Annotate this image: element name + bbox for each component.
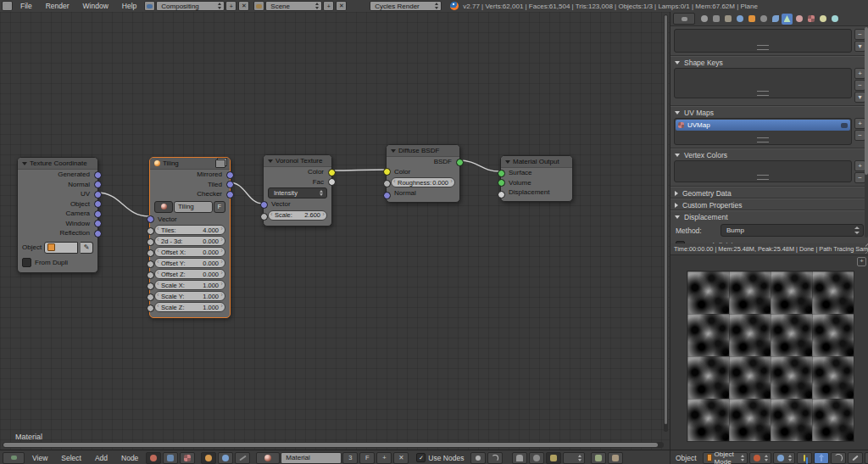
tiles-input-socket[interactable] [147,227,154,235]
object-output-socket[interactable] [94,200,102,208]
checker-output-socket[interactable] [226,191,234,198]
2d-3d-input-socket[interactable] [147,238,154,246]
horizontal-scrollbar[interactable] [3,442,664,448]
node-header[interactable]: Material Output [501,156,572,168]
object-field[interactable] [44,242,78,254]
scale-slider[interactable]: Scale:2.600 [268,210,327,221]
close-scene-button[interactable]: ✕ [336,1,347,11]
tree-type-texture-icon[interactable] [180,452,195,464]
displacement-input-socket[interactable] [498,191,505,198]
mirrored-output-socket[interactable] [226,171,234,179]
material-name-field[interactable]: Material [281,452,342,464]
uvmap-list-item[interactable]: UVMap [676,120,850,131]
translate-manipulator-icon[interactable] [814,452,829,464]
scale-z-input-socket[interactable] [147,305,154,312]
pin-icon[interactable] [470,452,486,464]
from-dupli-checkbox[interactable] [22,258,31,267]
shader-type-linestyle-icon[interactable] [235,452,250,464]
tab-world-icon[interactable] [734,14,745,25]
fake-user-button[interactable]: F [359,452,375,464]
menu-window[interactable]: Window [76,2,115,10]
uv-maps-panel-header[interactable]: UV Maps [670,106,868,118]
tab-material-icon[interactable] [793,14,804,25]
close-layout-button[interactable]: ✕ [238,1,249,11]
menu-add[interactable]: Add [88,454,114,462]
tab-constraints-icon[interactable] [758,14,769,25]
generated-output-socket[interactable] [94,171,102,179]
add-layout-button[interactable]: + [225,1,236,11]
bsdf-output-socket[interactable] [456,159,464,166]
paste-icon[interactable] [608,452,623,464]
vertex-groups-list[interactable] [674,29,852,53]
menu-help[interactable]: Help [115,2,143,10]
viewport-shading-dropdown[interactable] [749,452,771,464]
viewport-rendered[interactable]: Time:00:00.00 | Mem:25.48M, Peak:25.48M … [670,243,868,450]
material-datablock-icon[interactable] [256,452,280,464]
tiled-output-socket[interactable] [226,181,234,188]
manipulator-toggle-icon[interactable] [797,452,812,464]
shader-type-world-icon[interactable] [218,452,233,464]
tab-physics-icon[interactable] [829,14,840,25]
normal-input-socket[interactable] [383,192,391,199]
menu-node[interactable]: Node [114,454,145,462]
vertex-colors-panel-header[interactable]: Vertex Colors [670,148,868,160]
collapse-icon[interactable] [268,159,273,163]
refresh-icon[interactable] [487,452,503,464]
editor-type-info-icon[interactable] [2,1,13,11]
camera-output-socket[interactable] [94,210,102,218]
tab-object-icon[interactable] [746,14,757,25]
shader-type-object-icon[interactable] [201,452,216,464]
color-input-socket[interactable] [383,168,391,176]
offset-y-slider[interactable]: Offset Y:0.000 [154,258,225,268]
tab-render-layers-icon[interactable] [710,14,721,25]
menu-file[interactable]: File [14,2,39,10]
node-header[interactable]: Voronoi Texture [264,155,331,167]
node-material-output[interactable]: Material Output Surface Volume Displacem… [500,155,573,202]
screen-layout-selector[interactable]: Compositing [156,1,225,11]
add-material-button[interactable]: + [376,452,392,464]
nodetree-datablock-icon[interactable] [154,201,173,213]
uv-output-socket[interactable] [94,191,102,198]
offset-y-input-socket[interactable] [147,260,154,268]
custom-properties-panel-header[interactable]: Custom Properties [670,198,868,210]
collapse-icon[interactable] [22,162,27,165]
menu-select[interactable]: Select [54,454,88,462]
tab-render-icon[interactable] [698,14,709,25]
snap-magnet-icon[interactable] [512,452,527,464]
nodetree-name-field[interactable]: Tiling [174,201,213,213]
collapse-icon[interactable] [505,160,510,164]
tab-particles-icon[interactable] [817,14,828,25]
render-engine-selector[interactable]: Cycles Render [370,1,442,11]
scale-y-slider[interactable]: Scale Y:1.000 [154,291,225,301]
tab-scene-icon[interactable] [722,14,733,25]
offset-x-input-socket[interactable] [147,249,154,257]
offset-z-input-socket[interactable] [147,271,154,279]
resize-grip[interactable] [757,91,769,96]
tree-type-compositing-icon[interactable] [163,452,178,464]
node-tiling-group[interactable]: Tiling Mirrored Tiled Checker Tiling F V… [149,157,231,318]
editor-type-node-icon[interactable] [3,452,25,464]
offset-z-slider[interactable]: Offset Z:0.000 [154,269,225,279]
snap-ghost-icon[interactable] [529,452,544,464]
surface-input-socket[interactable] [498,170,505,177]
tab-object-data-icon[interactable] [782,14,793,25]
vector-input-socket[interactable] [147,215,154,223]
tab-modifiers-icon[interactable] [770,14,781,25]
geometry-data-panel-header[interactable]: Geometry Data [670,187,868,198]
edit-group-icon[interactable] [215,159,225,168]
scene-icon[interactable] [253,1,264,11]
camera-icon[interactable] [841,123,848,128]
normal-output-socket[interactable] [94,181,102,188]
volume-input-socket[interactable] [498,179,505,187]
displacement-panel-header[interactable]: Displacement [670,210,868,222]
reflection-output-socket[interactable] [94,230,102,238]
rotate-manipulator-icon[interactable] [831,452,846,464]
offset-x-slider[interactable]: Offset X:0.000 [154,247,225,257]
material-users-count[interactable]: 3 [342,452,358,464]
shape-keys-panel-header[interactable]: Shape Keys [670,56,868,68]
collapse-icon[interactable] [391,149,396,153]
uv-maps-list[interactable]: UVMap [674,118,852,145]
mode-dropdown[interactable]: Object Mode [703,452,748,464]
transform-orientation-dropdown[interactable]: Global [865,452,868,464]
unlink-material-button[interactable]: ✕ [393,452,409,464]
